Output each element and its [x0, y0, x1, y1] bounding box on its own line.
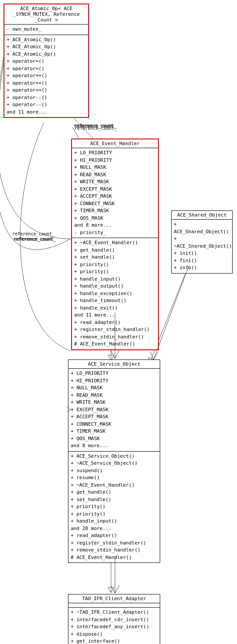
- ace-event-handler-title: ACE_Event_Handler: [72, 139, 158, 148]
- ace-service-object-box: ACE_Service_Object + LO_PRIORITY + HI_PR…: [68, 359, 160, 563]
- reference-count-label-1: reference_count_: [75, 124, 117, 128]
- ace-shared-object-title: ACE_Shared_Object: [172, 211, 232, 220]
- ace-event-handler-methods: + ~ACE_Event_Handler() + get_handle() + …: [72, 238, 158, 349]
- tao-ifr-client-adapter-box: TAO_IFR_Client_Adapter + ~TAO_IFR_Client…: [68, 594, 160, 644]
- ace-atomic-op-methods: + ACE_Atomic_Op() + ACE_Atomic_Op() + AC…: [4, 35, 88, 117]
- svg-text:reference_count_: reference_count_: [12, 231, 55, 237]
- tao-ifr-client-adapter-title: TAO_IFR_Client_Adapter: [68, 594, 160, 603]
- ace-event-handler-box: ACE_Event_Handler + LO_PRIORITY + HI_PRI…: [71, 139, 159, 350]
- ace-service-object-constants: + LO_PRIORITY + HI_PRIORITY + NULL_MASK …: [68, 369, 160, 452]
- ace-atomic-op-box: ACE_Atomic_Op< ACE_SYNCH_MUTEX, Referenc…: [4, 4, 89, 118]
- svg-line-7: [74, 118, 93, 139]
- ace-service-object-methods: + ACE_Service_Object() + ~ACE_Service_Ob…: [68, 452, 160, 563]
- diagram-container: reference_count_ reference_count_ ACE_At…: [0, 0, 237, 644]
- svg-marker-6: [108, 587, 114, 593]
- svg-line-11: [154, 266, 189, 359]
- ace-atomic-op-attributes: - own_mutex_: [4, 25, 88, 35]
- ace-shared-object-methods: + ACE_Shared_Object() + ~ACE_Shared_Obje…: [172, 220, 232, 273]
- ace-service-object-title: ACE_Service_Object: [68, 360, 160, 369]
- tao-ifr-client-adapter-empty: [68, 603, 160, 608]
- tao-ifr-client-adapter-methods: + ~TAO_IFR_Client_Adapter() + interfaced…: [68, 608, 160, 644]
- reference-count-label-2: reference_count_: [14, 237, 56, 242]
- ace-shared-object-box: ACE_Shared_Object + ACE_Shared_Object() …: [171, 210, 233, 274]
- ace-event-handler-constants: + LO_PRIORITY + HI_PRIORITY + NULL_MASK …: [72, 148, 158, 238]
- ace-atomic-op-title: ACE_Atomic_Op< ACE_SYNCH_MUTEX, Referenc…: [4, 4, 88, 25]
